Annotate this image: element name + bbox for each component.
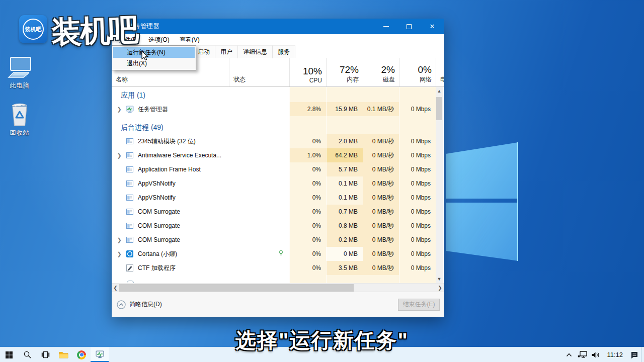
horizontal-scrollbar[interactable]: ❮ ❯	[112, 283, 444, 292]
network-total-percent: 0%	[418, 64, 436, 75]
chevron-up-circle-icon	[117, 300, 126, 309]
process-row[interactable]: ❯COM Surrogate0%0.7 MB0 MB/秒0 Mbps	[112, 205, 444, 219]
end-task-button[interactable]: 结束任务(E)	[398, 299, 440, 311]
memory-cell	[326, 87, 363, 102]
column-header-power-partial[interactable]: 电	[436, 58, 444, 86]
titlebar[interactable]: 任务管理器 ✕	[112, 19, 444, 34]
brand-badge-text: 装机吧	[23, 19, 44, 40]
desktop: 此电脑 回收站 装机吧 装机吧 任务管理器	[0, 0, 644, 362]
memory-cell: 64.2 MB	[326, 148, 363, 162]
generic-process-icon	[126, 208, 134, 216]
process-row[interactable]: ❯COM Surrogate0%0.2 MB0 MB/秒0 Mbps	[112, 233, 444, 247]
table-filler-row	[112, 275, 444, 283]
column-header-memory[interactable]: 72% 内存	[326, 58, 363, 86]
memory-cell: 15.9 MB	[326, 102, 363, 116]
network-cell: 0 Mbps	[399, 176, 436, 191]
status-cell	[229, 219, 289, 233]
status-cell	[229, 148, 289, 162]
column-header-status[interactable]: 状态	[229, 58, 289, 86]
process-row[interactable]: ❯Antimalware Service Executa...1.0%64.2 …	[112, 148, 444, 162]
status-cell	[229, 116, 289, 134]
expand-chevron-icon[interactable]: ❯	[116, 106, 123, 113]
process-row[interactable]: ❯任务管理器2.8%15.9 MB0.1 MB/秒0 Mbps	[112, 102, 444, 116]
network-cell: 0 Mbps	[399, 148, 436, 162]
process-row[interactable]: ❯COM Surrogate0%0.8 MB0 MB/秒0 Mbps	[112, 219, 444, 233]
maximize-button[interactable]	[397, 19, 421, 34]
network-cell: 0 Mbps	[399, 102, 436, 116]
generic-process-icon	[126, 194, 134, 202]
details-toggle-label: 简略信息(D)	[129, 300, 162, 309]
process-row[interactable]: ❯AppVShNotify0%0.1 MB0 MB/秒0 Mbps	[112, 191, 444, 205]
power-label: 电	[436, 75, 444, 86]
status-cell	[229, 261, 289, 275]
network-cell: 0 Mbps	[399, 247, 436, 261]
process-row[interactable]: ❯2345辅助模块 (32 位)0%2.0 MB0 MB/秒0 Mbps	[112, 134, 444, 148]
file-menu-item-1[interactable]: 退出(X)	[113, 58, 195, 69]
details-toggle[interactable]: 简略信息(D)	[117, 300, 162, 309]
expand-chevron-icon[interactable]: ❯	[116, 237, 123, 243]
vertical-scrollbar-thumb[interactable]	[436, 97, 442, 120]
process-name: 任务管理器	[138, 105, 168, 114]
column-header-cpu[interactable]: 10% CPU	[289, 58, 326, 86]
disk-cell: 0 MB/秒	[363, 247, 399, 261]
scroll-left-arrow-icon[interactable]: ❮	[112, 284, 119, 292]
brand-badge-icon: 装机吧	[19, 15, 47, 43]
process-name: Antimalware Service Executa...	[138, 152, 221, 159]
process-name: COM Surrogate	[138, 208, 180, 215]
column-header-network[interactable]: 0% 网络	[399, 58, 436, 86]
memory-cell: 2.0 MB	[326, 134, 363, 148]
expand-chevron-icon[interactable]: ❯	[116, 251, 123, 257]
maximize-icon	[407, 24, 412, 29]
process-row[interactable]: ❯CTF 加载程序0%3.5 MB0 MB/秒0 Mbps	[112, 261, 444, 275]
scroll-right-arrow-icon[interactable]: ❯	[436, 284, 444, 292]
process-row[interactable]: ❯Application Frame Host0%5.7 MB0 MB/秒0 M…	[112, 162, 444, 176]
cpu-cell: 1.0%	[289, 148, 326, 162]
generic-process-icon	[126, 165, 134, 173]
cpu-cell: 0%	[289, 247, 326, 261]
desktop-icon-label: 回收站	[2, 129, 37, 137]
memory-cell: 0.8 MB	[326, 219, 363, 233]
vertical-scrollbar[interactable]: ▲▼	[436, 87, 443, 283]
horizontal-scrollbar-thumb[interactable]	[119, 284, 354, 292]
network-cell: 0 Mbps	[399, 134, 436, 148]
column-header-disk[interactable]: 2% 磁盘	[363, 58, 399, 86]
cpu-cell: 0%	[289, 233, 326, 247]
tab-2[interactable]: 详细信息	[238, 45, 273, 58]
tab-1[interactable]: 用户	[215, 45, 238, 58]
menu-item-2[interactable]: 查看(V)	[175, 34, 205, 46]
desktop-icon-label: 此电脑	[2, 81, 37, 90]
process-row[interactable]: ❯Cortana (小娜)0%0 MB0 MB/秒0 Mbps	[112, 247, 444, 261]
group-header-row[interactable]: 应用 (1)	[112, 87, 444, 102]
group-header-row[interactable]: 后台进程 (49)	[112, 116, 444, 134]
disk-cell	[363, 275, 399, 283]
network-cell: 0 Mbps	[399, 261, 436, 275]
desktop-icon-this-pc[interactable]: 此电脑	[2, 54, 37, 90]
group-label: 应用 (1)	[112, 91, 145, 100]
status-cell	[229, 102, 289, 116]
minimize-button[interactable]	[374, 19, 397, 34]
scroll-up-arrow-icon[interactable]: ▲	[436, 87, 443, 95]
disk-cell	[363, 87, 399, 102]
status-cell	[229, 162, 289, 176]
generic-process-icon	[126, 151, 134, 159]
memory-cell: 0.1 MB	[326, 191, 363, 205]
disk-cell	[363, 116, 399, 134]
menu-item-1[interactable]: 选项(O)	[143, 34, 174, 46]
network-label: 网络	[416, 75, 436, 86]
minimize-icon	[383, 26, 389, 27]
status-cell	[229, 176, 289, 191]
expand-chevron-icon[interactable]: ❯	[116, 152, 123, 159]
memory-cell: 0 MB	[326, 247, 363, 261]
desktop-icon-recycle-bin[interactable]: 回收站	[2, 102, 37, 137]
disk-total-percent: 2%	[381, 64, 399, 75]
memory-cell	[326, 116, 363, 134]
cpu-cell: 0%	[289, 162, 326, 176]
process-row[interactable]: ❯AppVShNotify0%0.1 MB0 MB/秒0 Mbps	[112, 176, 444, 191]
process-name: AppVShNotify	[138, 180, 176, 187]
mouse-cursor	[141, 51, 149, 63]
close-button[interactable]: ✕	[421, 19, 444, 34]
tab-3[interactable]: 服务	[273, 45, 295, 58]
cpu-cell	[289, 275, 326, 283]
process-name: 2345辅助模块 (32 位)	[138, 137, 196, 146]
scroll-down-arrow-icon[interactable]: ▼	[436, 275, 443, 283]
